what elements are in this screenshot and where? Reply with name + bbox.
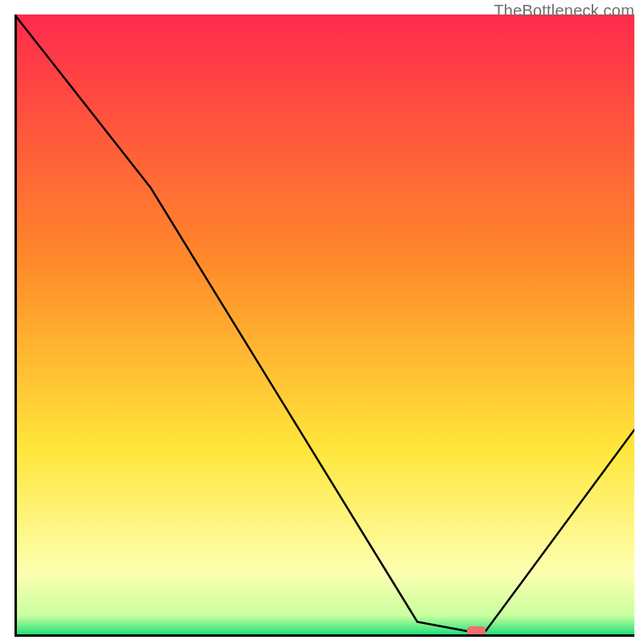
x-axis [14, 634, 634, 637]
plot-area [14, 14, 634, 634]
gradient-background [14, 14, 634, 634]
chart-frame: TheBottleneck.com [0, 0, 644, 644]
y-axis [14, 14, 17, 634]
watermark-text: TheBottleneck.com [493, 2, 634, 20]
optimal-marker [467, 626, 485, 634]
